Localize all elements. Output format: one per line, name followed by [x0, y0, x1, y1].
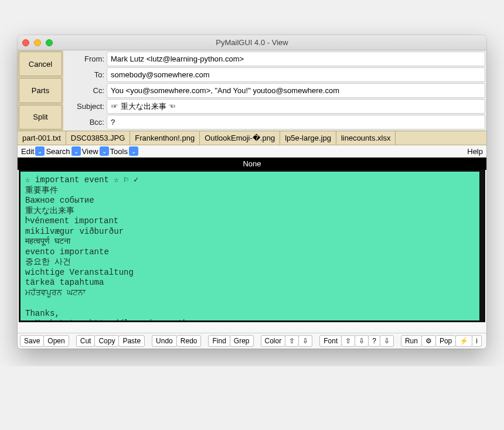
- parts-button[interactable]: Parts: [19, 78, 62, 103]
- titlebar: PyMailGUI 4.0 - View: [18, 35, 486, 50]
- open-button[interactable]: Open: [43, 335, 69, 347]
- redo-button[interactable]: Redo: [176, 335, 202, 347]
- font-up-button[interactable]: ⇧: [341, 335, 355, 347]
- color-down-button[interactable]: ⇩: [298, 335, 312, 347]
- subject-label: Subject:: [64, 102, 104, 111]
- font-q-down-button[interactable]: ⇩: [380, 335, 394, 347]
- attachment-item[interactable]: part-001.txt: [18, 131, 66, 145]
- font-q-button[interactable]: ?: [368, 335, 380, 347]
- bcc-field[interactable]: [107, 115, 485, 129]
- menu-search[interactable]: Search ⌄: [46, 146, 80, 156]
- app-window: PyMailGUI 4.0 - View Cancel Parts Split …: [18, 35, 486, 349]
- attachment-item[interactable]: DSC03853.JPG: [66, 131, 131, 145]
- header-area: Cancel Parts Split From: To: Cc: Subject…: [18, 50, 486, 131]
- menu-help[interactable]: Help: [467, 147, 483, 156]
- attachment-item[interactable]: OutlookEmoji-�.png: [200, 131, 280, 145]
- grep-button[interactable]: Grep: [230, 335, 254, 347]
- pop-bang-button[interactable]: ⚡: [455, 335, 472, 347]
- cc-label: Cc:: [64, 86, 104, 95]
- cc-field[interactable]: [107, 83, 485, 98]
- find-button[interactable]: Find: [208, 335, 230, 347]
- info-button[interactable]: i: [472, 335, 482, 347]
- to-field[interactable]: [107, 67, 485, 82]
- save-button[interactable]: Save: [20, 335, 44, 347]
- attachments-bar: part-001.txt DSC03853.JPG Frankenthon!.p…: [18, 131, 486, 145]
- bottom-toolbar: Save Open Cut Copy Paste Undo Redo Find …: [18, 333, 486, 349]
- from-field[interactable]: [107, 52, 485, 66]
- split-button[interactable]: Split: [19, 105, 62, 129]
- color-button[interactable]: Color: [261, 335, 286, 347]
- subject-field[interactable]: [107, 99, 485, 114]
- copy-button[interactable]: Copy: [94, 335, 119, 347]
- window-title: PyMailGUI 4.0 - View: [18, 38, 486, 47]
- chevron-down-icon: ⌄: [100, 146, 109, 156]
- font-button[interactable]: Font: [319, 335, 342, 347]
- zoom-icon[interactable]: [46, 39, 53, 46]
- bcc-label: Bcc:: [64, 118, 104, 127]
- chevron-down-icon: ⌄: [129, 146, 138, 156]
- color-up-button[interactable]: ⇧: [285, 335, 299, 347]
- font-down-button[interactable]: ⇩: [355, 335, 369, 347]
- minimize-icon[interactable]: [34, 39, 41, 46]
- status-bar: None: [18, 158, 486, 170]
- chevron-down-icon: ⌄: [71, 146, 81, 156]
- paste-button[interactable]: Paste: [118, 335, 145, 347]
- menu-edit[interactable]: Edit ⌄: [21, 146, 45, 156]
- undo-button[interactable]: Undo: [152, 335, 177, 347]
- menu-tools[interactable]: Tools ⌄: [110, 146, 138, 156]
- attachment-item[interactable]: lp5e-large.jpg: [280, 131, 336, 145]
- run-gear-button[interactable]: ⚙: [421, 335, 436, 347]
- cut-button[interactable]: Cut: [76, 335, 96, 347]
- message-body[interactable]: ☆ important event ☆ ⚐ ✓ 重要事件 Важное собы…: [19, 170, 485, 322]
- menu-view[interactable]: View ⌄: [82, 146, 109, 156]
- from-label: From:: [64, 54, 104, 63]
- pop-button[interactable]: Pop: [435, 335, 456, 347]
- attachment-item[interactable]: linecounts.xlsx: [336, 131, 396, 145]
- chevron-down-icon: ⌄: [35, 146, 45, 156]
- editor-wrap: ☆ important event ☆ ⚐ ✓ 重要事件 Важное собы…: [18, 170, 486, 322]
- run-button[interactable]: Run: [401, 335, 422, 347]
- to-label: To:: [64, 70, 104, 79]
- header-fields: From: To: Cc: Subject: Bcc:: [63, 50, 486, 131]
- gap: [18, 322, 486, 333]
- cancel-button[interactable]: Cancel: [19, 52, 62, 76]
- sidebar-buttons: Cancel Parts Split: [18, 50, 63, 131]
- close-icon[interactable]: [22, 39, 29, 46]
- attachment-item[interactable]: Frankenthon!.png: [130, 131, 200, 145]
- menubar: Edit ⌄ Search ⌄ View ⌄ Tools ⌄ Help: [18, 145, 486, 158]
